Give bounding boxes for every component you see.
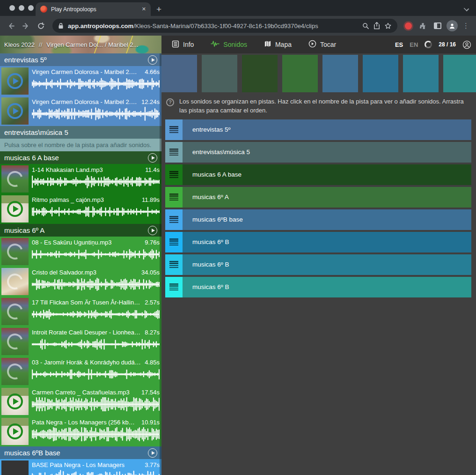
breadcrumb-trail[interactable]: Virgen Carmen Dol... / Maribel 2... [46,41,138,48]
clip-row[interactable]: Pata Negra - Los Managers (256 kbps).mp3… [0,416,161,446]
track-row-body[interactable]: musicas 6º B [183,277,471,297]
clip-thumbnail[interactable] [1,67,29,95]
breadcrumb-project[interactable]: Kleos 2022 [4,41,35,48]
clip-name: 17 Till Flickan Som Är Tusen År-Halling … [32,299,141,306]
section-header[interactable]: musicas 6º A [0,224,161,237]
language-en-button[interactable]: EN [410,41,418,48]
track-row[interactable]: musicas 6º B [165,254,471,275]
clip-row[interactable]: Carmen Carreto _ Castañuelas.mp317.54s [0,386,161,416]
clip-title-row: Virgen Carmen Dolorosa - Maribel 2.mp34.… [32,68,160,75]
section-header[interactable]: entrevistas\música 5 [0,126,161,139]
browser-menu-icon[interactable]: ⋮ [461,22,471,30]
drag-handle[interactable] [165,187,183,208]
track-row-label: musicas 6º B [183,261,229,268]
drag-handle[interactable] [165,164,183,185]
zoom-icon[interactable] [362,22,369,30]
back-button[interactable] [5,20,17,32]
nav-item-sonidos[interactable]: Sonidos [211,40,247,49]
clip-row[interactable]: Ritmo palmas _ cajón.mp311.89s [0,194,161,224]
clip-thumbnail[interactable] [1,388,29,415]
section-header[interactable]: musicas 6 A base [0,151,161,164]
window-close-button[interactable] [9,5,15,11]
clip-thumbnail[interactable] [1,298,29,325]
tab-close-icon[interactable]: ✕ [142,6,146,12]
drag-handle[interactable] [165,232,183,252]
reload-button[interactable] [35,20,47,32]
track-row[interactable]: entrevistas\música 5 [165,142,471,163]
section-play-button[interactable] [148,226,157,235]
clip-row[interactable]: Introit Rorate Caeli Desuper - Lionheart… [0,327,161,356]
window-controls[interactable] [9,5,34,11]
nav-item-tocar[interactable]: Tocar [308,40,336,49]
clip-thumbnail[interactable] [1,328,29,355]
lock-icon[interactable] [58,22,64,29]
forward-button[interactable] [20,20,32,32]
address-bar[interactable]: app.antropoloops.com/Kleos-Santa-Marina/… [52,19,397,33]
window-minimize-button[interactable] [19,5,24,11]
drag-handle[interactable] [165,209,183,230]
track-row-body[interactable]: entrevistas\música 5 [183,142,471,163]
profile-avatar[interactable] [447,20,458,31]
drag-handle[interactable] [165,254,183,275]
track-row-body[interactable]: musicas 6º B [183,254,471,275]
clip-row[interactable]: 1-14 Khakasian Land.mp311.4s [0,164,161,194]
clip-info: BASE Pata Negra - Los Managers3.77s [32,460,160,475]
section-play-button[interactable] [148,55,157,65]
track-row[interactable]: entrevistas 5º [165,119,471,140]
clip-thumbnail[interactable] [1,358,29,385]
recording-indicator-icon[interactable] [405,22,412,30]
clip-row[interactable]: Virgen Carmen Dolorosa - Maribel 2.mp34.… [0,66,161,96]
track-row-body[interactable]: entrevistas 5º [183,119,471,140]
track-row-body[interactable]: musicas 6º A [183,187,471,208]
clip-title-row: Introit Rorate Caeli Desuper - Lionheart… [32,329,160,336]
clip-info: 03 - Jaromír Horák & Konrádyho dudácká .… [32,358,160,385]
track-row[interactable]: musicas 6ºB base [165,209,471,230]
new-tab-button[interactable]: + [156,2,161,16]
share-icon[interactable] [373,22,380,30]
track-row[interactable]: musicas 6º B [165,232,471,252]
section-header[interactable]: musicas 6ºB base [0,446,161,459]
extensions-puzzle-icon[interactable] [417,20,429,32]
clip-thumbnail[interactable] [1,165,29,193]
track-row-body[interactable]: musicas 6 A base [183,164,471,185]
side-panel-icon[interactable] [432,20,444,32]
nav-item-info[interactable]: Info [172,40,194,49]
account-icon[interactable] [462,40,471,49]
bookmark-star-icon[interactable] [384,22,392,30]
clip-row[interactable]: Virgen Carmen Dolorosa - Maribel 2.mp312… [0,96,161,126]
clip-thumbnail[interactable] [1,195,29,223]
clip-row[interactable]: BASE Pata Negra - Los Managers3.77s [0,459,161,475]
clip-thumbnail[interactable] [1,238,29,265]
track-row[interactable]: musicas 6 A base [165,164,471,185]
track-row[interactable]: musicas 6º A [165,187,471,208]
drag-handle[interactable] [165,119,183,140]
clip-waveform [32,336,160,353]
clip-thumbnail[interactable] [1,97,29,125]
language-es-button[interactable]: ES [395,41,403,48]
clip-thumbnail[interactable] [1,268,29,295]
drag-handle[interactable] [165,277,183,297]
nav-item-mapa[interactable]: Mapa [264,40,292,49]
section-header[interactable]: entrevistas 5º [0,53,161,66]
clip-name: 1-14 Khakasian Land.mp3 [32,166,141,173]
track-row-body[interactable]: musicas 6ºB base [183,209,471,230]
clip-thumbnail[interactable] [1,418,29,445]
sidebar-section: entrevistas 5ºVirgen Carmen Dolorosa - M… [0,53,161,126]
section-play-button[interactable] [148,448,157,458]
clip-row[interactable]: 08 - Es Sakūru Uguntiņu.mp39.76s [0,237,161,267]
browser-tab[interactable]: Play Antropoloops ✕ [36,2,151,16]
clip-row[interactable]: Cristo del Salvador.mp334.05s [0,267,161,297]
drag-handle[interactable] [165,142,183,163]
track-row-body[interactable]: musicas 6º B [183,232,471,252]
tab-search-chevron-icon[interactable] [464,7,469,11]
section-play-button[interactable] [148,153,157,163]
track-row[interactable]: musicas 6º B [165,277,471,297]
window-zoom-button[interactable] [28,5,34,11]
clip-thumbnail[interactable] [1,460,29,475]
clip-name: Carmen Carreto _ Castañuelas.mp3 [32,389,138,396]
clip-row[interactable]: 03 - Jaromír Horák & Konrádyho dudácká .… [0,356,161,386]
track-color-tile [403,55,439,92]
clip-waveform [32,366,160,383]
clip-row[interactable]: 17 Till Flickan Som Är Tusen År-Halling … [0,297,161,327]
breadcrumb[interactable]: Kleos 2022 // Virgen Carmen Dol... / Mar… [0,36,161,53]
